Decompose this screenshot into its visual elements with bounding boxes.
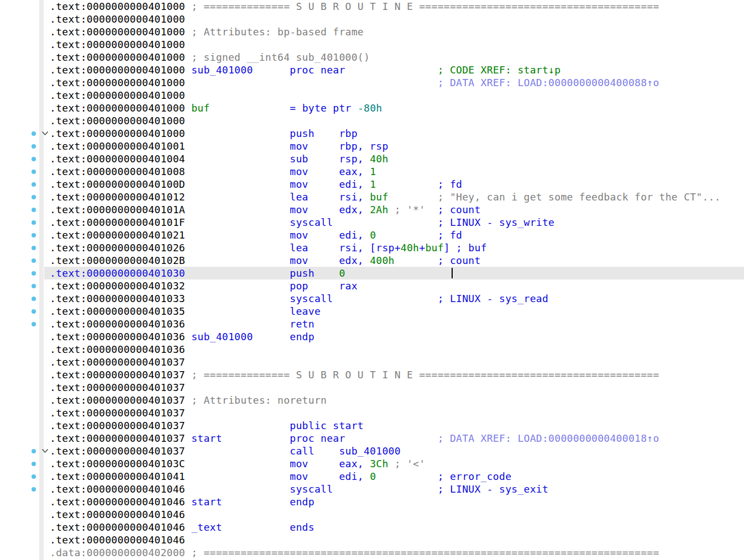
line-marker-dot[interactable] <box>32 170 36 174</box>
asm-line-text: .text:0000000000401000 ; signed __int64 … <box>50 51 370 63</box>
asm-line-text: .text:0000000000401035 leave <box>50 305 321 317</box>
asm-line[interactable]: .text:0000000000401000 buf = byte ptr -8… <box>0 102 744 114</box>
asm-line[interactable]: .text:0000000000401000 <box>0 89 744 102</box>
asm-line-text: .text:0000000000401000 buf = byte ptr -8… <box>50 102 382 114</box>
asm-line[interactable]: .text:0000000000401032 pop rax <box>0 279 744 292</box>
asm-line-text: .text:0000000000401000 ; DATA XREF: LOAD… <box>50 77 659 88</box>
asm-line[interactable]: .text:0000000000401037 <box>0 356 744 368</box>
asm-line-text: .text:0000000000401030 push 0 <box>50 267 345 279</box>
line-marker-dot[interactable] <box>32 144 36 149</box>
asm-line[interactable]: .text:0000000000401046 <box>0 533 744 546</box>
asm-line-text: .data:0000000000402000 ; ===============… <box>50 547 659 558</box>
line-marker-dot[interactable] <box>32 258 36 263</box>
line-marker-dot[interactable] <box>32 220 36 225</box>
asm-line-text: .text:0000000000401000 push rbp <box>50 128 358 139</box>
asm-line[interactable]: .text:0000000000401000 push rbp <box>0 127 744 140</box>
asm-line[interactable]: .text:0000000000401046 _text ends <box>0 521 744 533</box>
line-marker-dot[interactable] <box>32 157 36 161</box>
asm-line[interactable]: .text:0000000000401037 ; ============== … <box>0 368 744 381</box>
line-marker-dot[interactable] <box>32 474 36 479</box>
asm-line-text: .text:0000000000401000 ; ============== … <box>50 1 659 12</box>
asm-line-text: .text:0000000000401036 <box>50 344 185 355</box>
line-marker-dot[interactable] <box>32 182 36 187</box>
line-marker-dot[interactable] <box>32 462 36 466</box>
asm-line[interactable]: .text:000000000040102B mov edx, 400h ; c… <box>0 254 744 267</box>
asm-line-text: .text:0000000000401037 call sub_401000 <box>50 445 401 457</box>
asm-line[interactable]: .text:0000000000401026 lea rsi, [rsp+40h… <box>0 241 744 254</box>
asm-line-text: .text:0000000000401000 <box>50 39 185 50</box>
line-marker-dot[interactable] <box>32 284 36 288</box>
asm-line[interactable]: .data:0000000000402000 ; ===============… <box>0 546 744 559</box>
asm-line-text: .text:0000000000401046 syscall ; LINUX -… <box>50 483 548 495</box>
asm-line-text: .text:0000000000401008 mov eax, 1 <box>50 166 376 177</box>
asm-line[interactable]: .text:000000000040101F syscall ; LINUX -… <box>0 216 744 229</box>
asm-line-text: .text:0000000000401037 ; ============== … <box>50 369 659 381</box>
line-marker-dot[interactable] <box>32 487 36 492</box>
line-marker-dot[interactable] <box>32 449 36 453</box>
line-marker-dot[interactable] <box>32 195 36 199</box>
asm-line[interactable]: .text:0000000000401000 <box>0 38 744 51</box>
asm-line[interactable]: .text:000000000040103C mov eax, 3Ch ; '<… <box>0 457 744 470</box>
asm-line[interactable]: .text:0000000000401037 ; Attributes: nor… <box>0 394 744 406</box>
asm-line-text: .text:000000000040101F syscall ; LINUX -… <box>50 216 554 228</box>
asm-line-text: .text:0000000000401000 ; Attributes: bp-… <box>50 26 364 38</box>
asm-line-text: .text:0000000000401046 <box>50 509 185 520</box>
asm-line[interactable]: .text:0000000000401021 mov edi, 0 ; fd <box>0 229 744 241</box>
asm-line[interactable]: .text:000000000040101A mov edx, 2Ah ; '*… <box>0 203 744 216</box>
line-marker-dot[interactable] <box>32 131 36 136</box>
asm-line-text: .text:0000000000401004 sub rsp, 40h <box>50 153 389 165</box>
asm-line[interactable]: .text:0000000000401037 public start <box>0 419 744 432</box>
asm-line-text: .text:0000000000401046 start endp <box>50 496 315 508</box>
line-marker-dot[interactable] <box>32 271 36 276</box>
asm-line[interactable]: .text:0000000000401033 syscall ; LINUX -… <box>0 292 744 305</box>
asm-line[interactable]: .text:0000000000401046 start endp <box>0 495 744 508</box>
asm-line-text: .text:0000000000401026 lea rsi, [rsp+40h… <box>50 242 487 253</box>
asm-line[interactable]: .text:0000000000401036 retn <box>0 318 744 330</box>
asm-line-text: .text:0000000000401000 <box>50 115 185 126</box>
asm-line[interactable]: .text:0000000000401037 start proc near ;… <box>0 432 744 445</box>
asm-line[interactable]: .text:0000000000401037 <box>0 406 744 419</box>
asm-line-text: .text:0000000000401033 syscall ; LINUX -… <box>50 293 548 304</box>
asm-line[interactable]: .text:0000000000401000 <box>0 114 744 127</box>
asm-line[interactable]: .text:000000000040100D mov edi, 1 ; fd <box>0 178 744 191</box>
asm-line-text: .text:0000000000401036 sub_401000 endp <box>50 331 315 342</box>
asm-line[interactable]: .text:0000000000401035 leave <box>0 305 744 318</box>
asm-line[interactable]: .text:0000000000401041 mov edi, 0 ; erro… <box>0 470 744 483</box>
asm-line-text: .text:0000000000401000 <box>50 13 185 25</box>
asm-line[interactable]: .text:0000000000401001 mov rbp, rsp <box>0 140 744 152</box>
asm-line-text: .text:0000000000401046 _text ends <box>50 521 315 533</box>
asm-line-text: .text:0000000000401037 ; Attributes: nor… <box>50 394 327 406</box>
asm-line[interactable]: .text:0000000000401000 ; Attributes: bp-… <box>0 25 744 38</box>
asm-line[interactable]: .text:0000000000401008 mov eax, 1 <box>0 165 744 178</box>
asm-line[interactable]: .text:0000000000401000 sub_401000 proc n… <box>0 64 744 76</box>
asm-line[interactable]: .text:0000000000401030 push 0 <box>0 267 744 279</box>
asm-line[interactable]: .text:0000000000401037 <box>0 381 744 394</box>
text-cursor <box>452 268 453 278</box>
asm-line-text: .text:000000000040102B mov edx, 400h ; c… <box>50 255 481 266</box>
asm-line[interactable]: .text:0000000000401012 lea rsi, buf ; "H… <box>0 191 744 203</box>
asm-line[interactable]: .text:0000000000401037 call sub_401000 <box>0 445 744 457</box>
asm-line[interactable]: .text:0000000000401000 ; signed __int64 … <box>0 51 744 64</box>
line-marker-dot[interactable] <box>32 208 36 212</box>
asm-line[interactable]: .text:0000000000401046 <box>0 508 744 521</box>
asm-line-text: .text:000000000040100D mov edi, 1 ; fd <box>50 178 462 190</box>
line-marker-dot[interactable] <box>32 322 36 326</box>
asm-line[interactable]: .text:0000000000401000 ; DATA XREF: LOAD… <box>0 76 744 89</box>
asm-line[interactable]: .text:0000000000401000 <box>0 13 744 25</box>
asm-line[interactable]: .text:0000000000401036 <box>0 343 744 356</box>
asm-line-text: .text:0000000000401000 sub_401000 proc n… <box>50 64 560 76</box>
asm-line-text: .text:0000000000401046 <box>50 534 185 546</box>
line-marker-dot[interactable] <box>32 309 36 314</box>
asm-line-text: .text:0000000000401021 mov edi, 0 ; fd <box>50 229 462 241</box>
collapse-arrow-icon[interactable] <box>41 131 49 136</box>
asm-line[interactable]: .text:0000000000401000 ; ============== … <box>0 0 744 13</box>
asm-line[interactable]: .text:0000000000401046 syscall ; LINUX -… <box>0 483 744 495</box>
asm-line-text: .text:0000000000401012 lea rsi, buf ; "H… <box>50 191 721 203</box>
collapse-arrow-icon[interactable] <box>41 448 49 453</box>
line-marker-dot[interactable] <box>32 233 36 237</box>
line-marker-dot[interactable] <box>32 246 36 250</box>
asm-line[interactable]: .text:0000000000401036 sub_401000 endp <box>0 330 744 343</box>
line-marker-dot[interactable] <box>32 297 36 301</box>
asm-line-text: .text:0000000000401001 mov rbp, rsp <box>50 140 389 152</box>
asm-line[interactable]: .text:0000000000401004 sub rsp, 40h <box>0 152 744 165</box>
